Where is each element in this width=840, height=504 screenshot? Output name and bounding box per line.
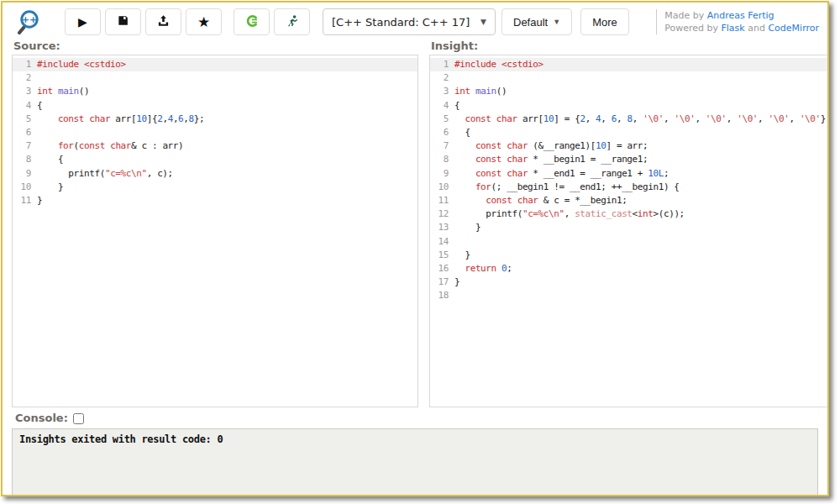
line-number: 1 — [13, 58, 31, 71]
code-line: 1#include <cstdio> — [430, 58, 829, 71]
code-text: } — [31, 194, 42, 207]
floppy-icon — [117, 14, 129, 29]
code-text: printf("c=%c\n", static_cast<int>(c)); — [449, 207, 685, 221]
insight-pane: Insight: 1#include <cstdio>23int main()4… — [429, 38, 829, 407]
code-text: return 0; — [449, 262, 512, 276]
line-number: 11 — [430, 194, 449, 207]
code-text — [449, 289, 454, 302]
code-text: } — [31, 181, 63, 194]
chevron-down-icon: ▼ — [553, 18, 560, 26]
console-output: Insights exited with result code: 0 — [12, 428, 818, 496]
line-number: 7 — [430, 139, 449, 153]
code-line: 10 } — [13, 181, 417, 194]
console-label: Console: — [13, 410, 68, 427]
code-line: 4{ — [430, 99, 829, 113]
line-number: 5 — [13, 113, 31, 126]
run-button[interactable]: ▶ — [65, 8, 101, 35]
star-icon: ★ — [197, 15, 210, 29]
line-number: 11 — [13, 194, 31, 207]
share-button[interactable] — [145, 8, 181, 35]
insight-code-editor[interactable]: 1#include <cstdio>23int main()4{5 const … — [429, 55, 829, 407]
code-line: 2 — [430, 71, 829, 85]
code-text: int main() — [449, 85, 507, 98]
source-label: Source: — [12, 38, 418, 55]
code-line: 4{ — [13, 99, 417, 113]
code-line: 9 const char * __end1 = __range1 + 10L; — [430, 167, 829, 181]
code-line: 3int main() — [430, 85, 829, 98]
line-number: 3 — [430, 85, 449, 98]
source-code-editor[interactable]: 1#include <cstdio>23int main()4{5 const … — [12, 55, 418, 407]
save-button[interactable] — [105, 8, 141, 35]
play-icon: ▶ — [78, 16, 87, 28]
code-text: #include <cstdio> — [31, 58, 126, 71]
code-text: const char arr[10]{2,4,6,8}; — [31, 113, 204, 126]
line-number: 4 — [430, 99, 449, 113]
code-text: { — [31, 99, 42, 113]
line-number: 9 — [13, 167, 31, 181]
line-number: 10 — [13, 181, 31, 194]
code-text: } — [449, 249, 470, 262]
compiler-explorer-button[interactable] — [234, 8, 270, 35]
code-text — [449, 71, 454, 85]
and-text: and — [745, 23, 769, 34]
favorite-button[interactable]: ★ — [186, 8, 222, 35]
code-text: int main() — [31, 85, 89, 98]
code-text: #include <cstdio> — [449, 58, 543, 71]
cpp-standard-select[interactable]: [C++ Standard: C++ 17] ▼ — [323, 8, 496, 35]
compiler-explorer-icon — [245, 14, 259, 30]
code-line: 18 — [430, 289, 829, 302]
quick-bench-icon — [286, 14, 299, 30]
code-text: } — [449, 276, 459, 289]
code-line: 16 return 0; — [430, 262, 829, 276]
line-number: 1 — [430, 58, 449, 71]
code-line: 7 for(const char& c : arr) — [13, 139, 417, 153]
console-output-text: Insights exited with result code: 0 — [19, 433, 223, 445]
code-line: 3int main() — [13, 85, 417, 98]
code-text — [31, 71, 37, 85]
codemirror-link[interactable]: CodeMirror — [768, 23, 819, 34]
line-number: 16 — [430, 262, 449, 276]
line-number: 10 — [430, 181, 449, 194]
line-number: 13 — [430, 221, 449, 234]
code-text: { — [449, 99, 459, 113]
code-text: printf("c=%c\n", c); — [31, 167, 173, 181]
code-line: 6 { — [430, 126, 829, 139]
code-text: const char * __begin1 = __range1; — [449, 153, 648, 166]
toolbar: ++ ▶ ★ — [3, 3, 827, 38]
code-text: for(; __begin1 != __end1; ++__begin1) { — [449, 181, 680, 194]
line-number: 5 — [430, 113, 449, 126]
more-button-label: More — [592, 16, 617, 29]
upload-icon — [157, 14, 170, 29]
default-dropdown-button[interactable]: Default ▼ — [501, 8, 572, 35]
line-number: 15 — [430, 249, 449, 262]
source-pane: Source: 1#include <cstdio>23int main()4{… — [12, 38, 418, 407]
code-text: } — [449, 221, 480, 234]
code-line: 11 const char & c = *__begin1; — [430, 194, 829, 207]
line-number: 6 — [13, 126, 31, 139]
console-wrap-checkbox[interactable] — [73, 413, 84, 424]
more-button[interactable]: More — [580, 8, 629, 35]
powered-by-text: Powered by — [664, 23, 721, 34]
line-number: 6 — [430, 126, 449, 139]
line-number: 2 — [430, 71, 449, 85]
credits: Made by Andreas Fertig Powered by Flask … — [656, 9, 819, 34]
code-line: 8 { — [13, 153, 417, 166]
code-line: 10 for(; __begin1 != __end1; ++__begin1)… — [430, 181, 829, 194]
line-number: 12 — [430, 207, 449, 221]
code-line: 7 const char (&__range1)[10] = arr; — [430, 139, 829, 153]
code-line: 8 const char * __begin1 = __range1; — [430, 153, 829, 166]
author-link[interactable]: Andreas Fertig — [707, 10, 774, 21]
cpp-standard-value: [C++ Standard: C++ 17] — [332, 16, 470, 29]
line-number: 14 — [430, 235, 449, 249]
line-number: 8 — [13, 153, 31, 166]
code-line: 5 const char arr[10] = {2, 4, 6, 8, '\0'… — [430, 113, 829, 126]
flask-link[interactable]: Flask — [721, 23, 744, 34]
code-line: 1#include <cstdio> — [13, 58, 417, 71]
svg-text:++: ++ — [22, 14, 37, 25]
code-line: 9 printf("c=%c\n", c); — [13, 167, 417, 181]
editor-area: Source: 1#include <cstdio>23int main()4{… — [3, 38, 827, 407]
code-line: 6 — [13, 126, 417, 139]
quick-bench-button[interactable] — [274, 8, 310, 35]
insight-label: Insight: — [429, 38, 829, 55]
code-text: const char & c = *__begin1; — [449, 194, 627, 207]
